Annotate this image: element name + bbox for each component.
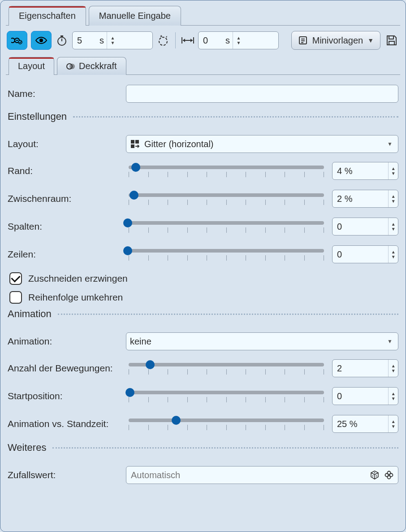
reverse-order-checkbox[interactable] xyxy=(9,291,22,304)
sub-tab-opacity[interactable]: Deckkraft xyxy=(57,57,126,75)
start-pos-spinbox[interactable]: ▲▼ xyxy=(332,387,398,405)
duration-stepper[interactable]: ▲▼ xyxy=(107,32,118,49)
rows-label: Zeilen: xyxy=(8,249,126,260)
chevron-down-icon: ▼ xyxy=(387,141,393,147)
minitemplates-label: Minivorlagen xyxy=(312,35,363,46)
start-pos-slider[interactable] xyxy=(126,386,327,406)
properties-panel: Eigenschaften Manuelle Eingabe s ▲▼ ✦ xyxy=(0,0,406,532)
random-input[interactable] xyxy=(126,466,398,484)
width-arrows-icon xyxy=(181,34,194,47)
name-label: Name: xyxy=(8,88,126,99)
svg-rect-18 xyxy=(131,140,134,144)
further-group-header: Weiteres xyxy=(8,442,398,454)
template-icon xyxy=(298,35,308,45)
force-crop-checkbox[interactable] xyxy=(9,272,22,285)
svg-point-1 xyxy=(39,39,43,42)
start-pos-value[interactable] xyxy=(333,389,388,403)
svg-point-23 xyxy=(374,472,375,473)
toolbar: s ▲▼ ✦ s ▲▼ Minivorlagen ▼ xyxy=(6,26,400,55)
sub-tabs: Layout Deckkraft xyxy=(9,55,400,75)
animation-group-header: Animation xyxy=(8,308,398,320)
move-count-slider[interactable] xyxy=(126,358,327,378)
layout-form: Name: Einstellungen Layout: Gitter (hori… xyxy=(6,75,400,484)
clover-icon xyxy=(384,470,394,480)
eye-icon xyxy=(35,36,48,44)
svg-rect-3 xyxy=(60,35,63,37)
svg-rect-15 xyxy=(389,41,394,45)
layout-combo[interactable]: Gitter (horizontal) ▼ xyxy=(126,135,398,153)
svg-point-21 xyxy=(372,475,373,476)
offset-unit: s xyxy=(225,35,233,46)
opacity-icon xyxy=(66,62,75,71)
tab-properties[interactable]: Eigenschaften xyxy=(9,6,86,26)
tab-manual-input[interactable]: Manuelle Eingabe xyxy=(89,6,181,26)
floppy-icon xyxy=(385,34,398,47)
start-pos-label: Startposition: xyxy=(8,391,126,401)
gap-label: Zwischenraum: xyxy=(8,193,126,204)
layout-label: Layout: xyxy=(8,139,126,149)
name-input[interactable] xyxy=(126,85,398,103)
margin-spinbox[interactable]: ▲▼ xyxy=(332,162,398,180)
columns-value[interactable] xyxy=(333,220,388,234)
gap-spinbox[interactable]: ▲▼ xyxy=(332,190,398,208)
move-count-label: Anzahl der Bewegungen: xyxy=(8,363,126,374)
move-count-value[interactable] xyxy=(333,362,388,375)
random-label: Zufallswert: xyxy=(8,470,126,480)
rows-slider[interactable] xyxy=(126,244,327,264)
sub-tab-opacity-label: Deckkraft xyxy=(79,61,117,71)
grid-horizontal-icon xyxy=(130,139,140,149)
chevron-down-icon: ▼ xyxy=(367,37,374,44)
move-count-spinbox[interactable]: ▲▼ xyxy=(332,359,398,377)
anim-vs-stand-value[interactable] xyxy=(333,417,388,431)
animation-combo-value: keine xyxy=(130,336,151,347)
columns-spinbox[interactable]: ▲▼ xyxy=(332,218,398,235)
animation-label: Animation: xyxy=(8,336,126,347)
dice-icon xyxy=(370,470,380,480)
rows-value[interactable] xyxy=(333,248,388,262)
gap-value[interactable] xyxy=(333,192,388,206)
minitemplates-dropdown[interactable]: Minivorlagen ▼ xyxy=(291,31,380,50)
sub-tab-layout[interactable]: Layout xyxy=(9,57,54,75)
svg-rect-19 xyxy=(135,140,139,144)
stopwatch-icon xyxy=(55,34,69,47)
reverse-order-label: Reihenfolge umkehren xyxy=(28,292,123,303)
duration-unit: s xyxy=(99,35,107,46)
margin-label: Rand: xyxy=(8,166,126,176)
svg-point-22 xyxy=(376,475,377,476)
force-crop-label: Zuschneiden erzwingen xyxy=(28,273,128,284)
animation-combo[interactable]: keine ▼ xyxy=(126,332,398,350)
svg-rect-20 xyxy=(131,144,134,148)
main-tabs: Eigenschaften Manuelle Eingabe xyxy=(9,5,400,26)
reset-timer-icon[interactable]: ✦ xyxy=(156,34,170,47)
chevron-down-icon: ▼ xyxy=(387,338,393,344)
gap-slider[interactable] xyxy=(126,189,327,209)
link-icon xyxy=(11,36,23,44)
offset-field[interactable]: s ▲▼ xyxy=(198,31,279,49)
duration-input[interactable] xyxy=(73,34,99,48)
anim-vs-stand-label: Animation vs. Standzeit: xyxy=(8,419,126,429)
offset-stepper[interactable]: ▲▼ xyxy=(233,32,244,49)
sub-tab-layout-label: Layout xyxy=(18,61,45,71)
tab-properties-label: Eigenschaften xyxy=(19,11,76,21)
columns-label: Spalten: xyxy=(8,221,126,232)
clover-button[interactable] xyxy=(383,469,395,481)
tab-manual-input-label: Manuelle Eingabe xyxy=(99,11,171,21)
rows-spinbox[interactable]: ▲▼ xyxy=(332,245,398,263)
margin-slider[interactable] xyxy=(126,161,327,181)
layout-combo-value: Gitter (horizontal) xyxy=(144,139,214,149)
save-button[interactable] xyxy=(384,34,399,47)
svg-text:✦: ✦ xyxy=(160,34,163,39)
svg-point-26 xyxy=(385,474,389,477)
dice-button[interactable] xyxy=(369,469,380,481)
settings-group-header: Einstellungen xyxy=(8,111,398,122)
svg-point-27 xyxy=(390,474,393,477)
anim-vs-stand-slider[interactable] xyxy=(126,414,327,434)
link-toggle-button[interactable] xyxy=(7,31,27,50)
svg-point-17 xyxy=(69,64,75,69)
anim-vs-stand-spinbox[interactable]: ▲▼ xyxy=(332,415,398,433)
columns-slider[interactable] xyxy=(126,217,327,236)
offset-input[interactable] xyxy=(199,34,225,48)
duration-field[interactable]: s ▲▼ xyxy=(72,31,153,49)
visibility-toggle-button[interactable] xyxy=(31,31,52,50)
margin-value[interactable] xyxy=(333,164,388,178)
